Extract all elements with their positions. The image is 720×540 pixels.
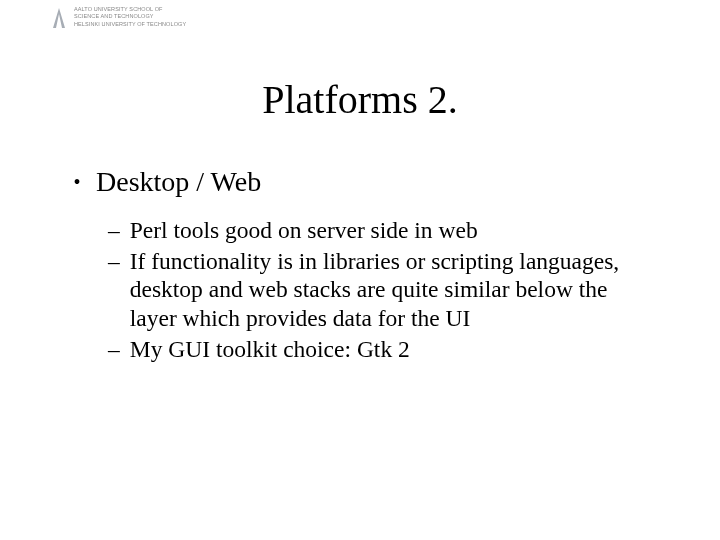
- bullet-level2-text: Perl tools good on server side in web: [130, 216, 660, 245]
- bullet-level2-text: My GUI toolkit choice: Gtk 2: [130, 335, 660, 364]
- affiliation-text: AALTO UNIVERSITY SCHOOL OF SCIENCE AND T…: [74, 6, 186, 28]
- bullet-dot-icon: •: [70, 172, 84, 192]
- logo-icon: [50, 6, 68, 30]
- slide-body: • Desktop / Web – Perl tools good on ser…: [70, 166, 660, 365]
- bullet-level1-text: Desktop / Web: [96, 166, 261, 198]
- bullet-dash-icon: –: [108, 335, 120, 364]
- bullet-level2: – Perl tools good on server side in web: [108, 216, 660, 245]
- bullet-level2: – If functionality is in libraries or sc…: [108, 247, 660, 333]
- slide-title: Platforms 2.: [0, 76, 720, 123]
- bullet-level2-text: If functionality is in libraries or scri…: [130, 247, 660, 333]
- bullet-level2: – My GUI toolkit choice: Gtk 2: [108, 335, 660, 364]
- bullet-dash-icon: –: [108, 216, 120, 245]
- bullet-dash-icon: –: [108, 247, 120, 276]
- slide: AALTO UNIVERSITY SCHOOL OF SCIENCE AND T…: [0, 0, 720, 540]
- header-logo-block: AALTO UNIVERSITY SCHOOL OF SCIENCE AND T…: [50, 6, 186, 30]
- bullet-level1: • Desktop / Web: [70, 166, 660, 198]
